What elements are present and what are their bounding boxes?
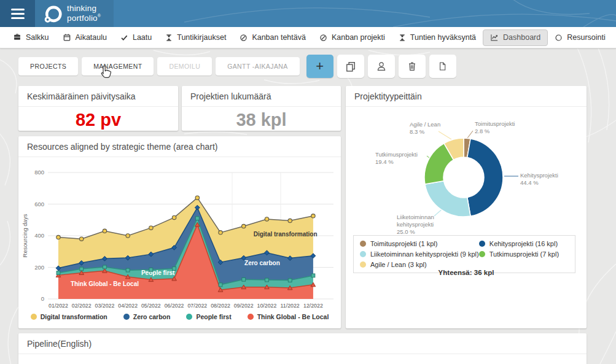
toolbar-tab-gantt[interactable]: GANTT -AIKAJANA: [216, 57, 300, 76]
svg-text:04/2022: 04/2022: [118, 303, 138, 309]
document-button[interactable]: [429, 55, 456, 78]
dashboard-toolbar: PROJECTSMANAGEMENTDEMOILUGANTT -AIKAJANA…: [18, 55, 456, 78]
nav-item-tuntikirjaukset[interactable]: Tuntikirjaukset: [158, 29, 233, 46]
toolbar-tab-management[interactable]: MANAGEMENT: [82, 57, 154, 76]
legend-dot-icon: [360, 241, 366, 247]
card-avg-update-time: Keskimääräinen päivitysaika 82 pv: [18, 86, 178, 131]
menu-bar: [11, 17, 25, 19]
legend-dot-icon: [479, 251, 485, 257]
svg-text:People first: People first: [141, 269, 175, 276]
donut-outside-label: Toimitusprojekti2.8 %: [475, 120, 515, 135]
area-chart[interactable]: 0200400600800Digital transformationZero …: [18, 158, 341, 312]
legend-dot-icon: [360, 251, 366, 257]
nav-item-kanban-tehtava[interactable]: Kanban tehtävä: [233, 29, 313, 46]
svg-text:03/2022: 03/2022: [95, 303, 115, 309]
check-icon: [120, 34, 128, 42]
area-chart-legend: Digital transformationZero carbonPeople …: [18, 313, 341, 320]
donut-legend-item: Kehitysprojekti (16 kpl): [479, 240, 569, 247]
svg-text:400: 400: [34, 232, 44, 239]
svg-text:12/2022: 12/2022: [303, 303, 323, 309]
nav-item-label: Kanban projekti: [332, 33, 385, 42]
nav-item-salkku[interactable]: Salkku: [6, 29, 56, 46]
briefcase-icon: [13, 33, 21, 42]
document-icon: [437, 61, 448, 72]
donut-legend-item: Liiketoiminnan kehitysprojekti (9 kpl): [360, 250, 479, 258]
card-resources-chart: Resources aligned by strategic theme (ar…: [18, 136, 341, 328]
app-logo: thinking portfolio®: [43, 2, 101, 25]
svg-text:600: 600: [34, 201, 44, 207]
donut-outside-label: Kehitysprojekti44.4 %: [520, 172, 558, 187]
nav-item-tuntien-hyvaksynta[interactable]: Tuntien hyväksyntä: [392, 29, 483, 46]
nav-item-dashboard[interactable]: Dashboard: [483, 29, 548, 46]
nav-item-resursointi[interactable]: Resursointi: [548, 29, 612, 46]
card-title: Keskimääräinen päivitysaika: [18, 86, 178, 107]
person-icon: [376, 61, 387, 72]
donut-label-pct: 8.3 %: [410, 128, 440, 136]
svg-text:0: 0: [41, 295, 44, 302]
delete-button[interactable]: [399, 55, 426, 78]
area-chart-svg: 0200400600800Digital transformationZero …: [18, 158, 341, 312]
donut-legend: Toimitusprojekti (1 kpl)Kehitysprojekti …: [353, 235, 575, 273]
nav-item-label: Dashboard: [503, 33, 540, 42]
nav-item-kanban-projekti[interactable]: Kanban projekti: [313, 29, 392, 46]
svg-text:08/2022: 08/2022: [211, 303, 230, 309]
legend-label: Tutkimusprojekti (7 kpl): [489, 250, 559, 258]
nav-item-label: Aikataulu: [76, 33, 107, 42]
legend-dot-icon: [123, 314, 130, 320]
card-project-count: Projektien lukumäärä 38 kpl: [182, 86, 341, 131]
menu-button[interactable]: [0, 0, 35, 27]
trash-icon: [407, 61, 418, 72]
toolbar-tab-projects[interactable]: PROJECTS: [18, 57, 78, 76]
card-title: Resources aligned by strategic theme (ar…: [18, 136, 341, 157]
copy-button[interactable]: [337, 55, 364, 78]
legend-label: Think Global - Be Local: [257, 313, 329, 320]
donut-label-pct: 19.4 %: [375, 158, 418, 166]
svg-text:Digital transformation: Digital transformation: [254, 231, 318, 238]
circle-icon: [555, 34, 563, 42]
donut-legend-item: Tutkimusprojekti (7 kpl): [479, 250, 569, 258]
menu-bar: [11, 13, 25, 15]
card-project-types: Projektityypeittäin Toimitusprojekti2.8 …: [346, 86, 587, 328]
donut-total: Yhteensä: 36 kpl: [346, 269, 587, 276]
legend-dot-icon: [248, 314, 254, 320]
avg-update-value: 82 pv: [18, 107, 178, 130]
svg-text:11/2022: 11/2022: [281, 303, 300, 309]
legend-dot-icon: [360, 261, 366, 268]
card-title: Pipeline(English): [18, 333, 587, 354]
hourglass-icon: [399, 34, 406, 42]
svg-text:10/2022: 10/2022: [257, 303, 277, 309]
card-title: Projektien lukumäärä: [182, 86, 341, 107]
donut-slice-1[interactable]: [467, 139, 503, 216]
toolbar-tab-demoilu[interactable]: DEMOILU: [157, 57, 212, 76]
legend-label: Agile / Lean (3 kpl): [370, 261, 427, 268]
add-button[interactable]: +: [306, 55, 333, 78]
donut-legend-item: Agile / Lean (3 kpl): [360, 261, 479, 268]
dashboard-tabs: PROJECTSMANAGEMENTDEMOILUGANTT -AIKAJANA: [18, 57, 300, 76]
nav-item-label: Tuntien hyväksyntä: [410, 33, 476, 42]
donut-label-pct: 2.8 %: [475, 128, 515, 135]
donut-slice-2[interactable]: [425, 181, 470, 217]
legend-dot-icon: [186, 314, 192, 320]
svg-text:01/2022: 01/2022: [49, 303, 68, 309]
svg-text:800: 800: [34, 169, 44, 176]
legend-label: Liiketoiminnan kehitysprojekti (9 kpl): [370, 250, 479, 258]
svg-text:200: 200: [34, 264, 44, 271]
area-legend-item: Digital transformation: [31, 313, 107, 320]
user-button[interactable]: [368, 55, 395, 78]
app-header: thinking portfolio®: [0, 0, 616, 27]
nav-item-label: Tuntikirjaukset: [177, 33, 226, 42]
svg-text:06/2022: 06/2022: [165, 303, 184, 309]
donut-label-name: Toimitusprojekti: [475, 120, 515, 128]
nav-item-label: Kanban tehtävä: [252, 33, 306, 42]
nav-item-aikataulu[interactable]: Aikataulu: [56, 29, 114, 46]
legend-label: People first: [196, 313, 231, 320]
donut-chart[interactable]: Toimitusprojekti2.8 %Kehitysprojekti44.4…: [346, 103, 587, 235]
donut-label-pct: 44.4 %: [520, 179, 558, 187]
svg-text:Think Global - Be Local: Think Global - Be Local: [71, 281, 139, 287]
nav-item-laatu[interactable]: Laatu: [114, 29, 158, 46]
area-legend-item: People first: [186, 313, 231, 320]
donut-outside-label: Liiketoiminnan kehitysprojekti25.0 %: [397, 214, 466, 236]
svg-text:07/2022: 07/2022: [187, 303, 207, 309]
plus-icon: +: [316, 60, 324, 73]
donut-legend-item: Toimitusprojekti (1 kpl): [360, 240, 479, 247]
